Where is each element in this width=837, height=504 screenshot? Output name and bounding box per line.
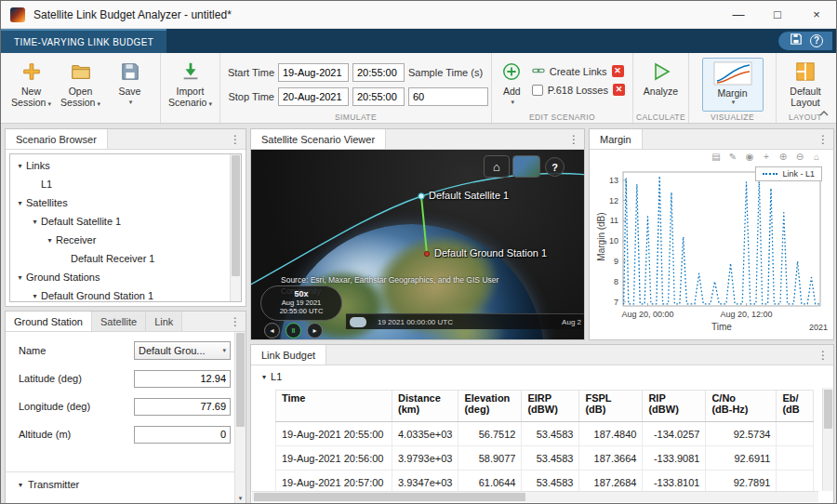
pan-icon[interactable]: + [761, 152, 772, 162]
collapse-toolstrip-button[interactable] [817, 108, 831, 119]
step-back-button[interactable]: ◂ [264, 323, 280, 338]
tree-scrollbar[interactable] [230, 154, 241, 301]
property-label: Longitude (deg) [19, 401, 134, 412]
zoom-in-icon[interactable]: ⊕ [777, 152, 789, 162]
data-tips-icon[interactable]: ◉ [744, 152, 755, 162]
quick-access-toolbar: ? [778, 32, 832, 50]
p618-losses-toggle[interactable]: P.618 Losses ✕ [532, 84, 625, 96]
panel-menu-icon[interactable]: ⋮ [816, 132, 830, 147]
tree-item-label: Ground Stations [26, 272, 100, 283]
link-line [421, 196, 427, 254]
start-clock-input[interactable] [352, 63, 405, 82]
links-icon [532, 66, 545, 77]
tree-item[interactable]: ▾Satellites [10, 193, 230, 212]
zoom-out-icon[interactable]: ⊖ [794, 152, 805, 162]
tree-expand-icon[interactable]: ▾ [14, 199, 26, 207]
minimize-button[interactable]: — [719, 1, 758, 28]
panel-menu-icon[interactable]: ⋮ [566, 132, 581, 147]
timeline-marker[interactable] [350, 317, 366, 327]
orbit-track [251, 173, 584, 287]
tab-margin[interactable]: Margin [590, 129, 643, 149]
ground-station-label: Default Ground Station 1 [434, 247, 547, 259]
property-input[interactable] [134, 370, 231, 388]
tree-expand-icon[interactable]: ▾ [29, 292, 41, 300]
step-forward-button[interactable]: ▸ [307, 323, 323, 338]
table-cell [777, 471, 814, 492]
name-dropdown[interactable]: Default Grou... ▾ [134, 341, 231, 360]
table-cell: 56.7512 [458, 422, 522, 446]
scenario-tree: ▾LinksL1▾Satellites▾Default Satellite 1▾… [9, 153, 242, 302]
property-input[interactable] [134, 398, 231, 416]
create-links-button[interactable]: Create Links ✕ [532, 65, 625, 77]
pause-button[interactable]: ‖ [286, 323, 301, 338]
add-icon [501, 60, 522, 84]
section-edit-scenario: Add ▾ Create Links ✕ P.618 Losses ✕ EDIT… [492, 53, 633, 123]
add-button[interactable]: Add ▾ [498, 58, 526, 108]
transmitter-section-header[interactable]: ▾ Transmitter [6, 471, 234, 490]
tab-scenario-browser[interactable]: Scenario Browser [6, 129, 108, 149]
tree-expand-icon[interactable]: ▾ [14, 273, 26, 282]
timeline-bar[interactable]: 19 2021 00:00:00 UTC Aug 2 [346, 313, 584, 329]
start-date-input[interactable] [278, 63, 349, 82]
save-button[interactable]: Save ▾ [105, 58, 154, 108]
p618-checkbox[interactable] [532, 85, 543, 96]
playback-status[interactable]: 50x Aug 19 2021 20:55:00 UTC [260, 285, 342, 321]
tab-link-budget[interactable]: Link Budget [251, 345, 326, 365]
help-icon[interactable]: ? [810, 34, 823, 47]
table-cell [777, 422, 814, 446]
open-session-button[interactable]: Open Session▾ [56, 58, 105, 110]
tree-item[interactable]: ▾Default Ground Station 1 [10, 286, 230, 302]
stop-date-input[interactable] [278, 87, 349, 106]
tree-expand-icon[interactable]: ▾ [44, 236, 56, 245]
tree-item[interactable]: ▾Ground Stations [10, 268, 230, 286]
playback-clock: 20:55:00 UTC [261, 307, 341, 315]
svg-text:12: 12 [609, 196, 618, 206]
tree-item-label: Default Receiver 1 [71, 253, 155, 264]
table-hscrollbar[interactable] [252, 491, 818, 502]
tab-time-varying-link-budget[interactable]: TIME-VARYING LINK BUDGET [1, 29, 166, 53]
margin-gallery-button[interactable]: Margin ▾ [702, 58, 764, 112]
property-input[interactable] [134, 426, 231, 444]
quick-save-icon[interactable] [790, 33, 803, 49]
tree-expand-icon[interactable]: ▾ [14, 162, 26, 170]
import-icon [180, 60, 201, 84]
panel-menu-icon[interactable]: ⋮ [816, 348, 830, 363]
analyze-button[interactable]: Analyze [639, 58, 683, 97]
close-button[interactable]: × [797, 1, 836, 28]
globe-viewport[interactable]: Default Satellite 1 Default Ground Stati… [251, 150, 584, 339]
table-row[interactable]: 19-Aug-2021 20:56:003.9793e+0358.907753.… [276, 446, 814, 471]
svg-text:10: 10 [609, 236, 618, 245]
scroll-down-icon[interactable]: ▾ [235, 495, 246, 502]
edit-plot-icon[interactable]: ✎ [727, 152, 738, 162]
import-scenario-button[interactable]: Import Scenario▾ [166, 58, 214, 110]
restore-view-icon[interactable]: ⌂ [811, 152, 822, 162]
tab-link[interactable]: Link [146, 312, 182, 331]
tree-item[interactable]: L1 [10, 175, 230, 193]
tab-satellite[interactable]: Satellite [92, 312, 146, 331]
table-row[interactable]: 19-Aug-2021 20:57:003.9347e+0361.064453.… [276, 471, 814, 492]
link-group-header[interactable]: ▾ L1 [260, 371, 282, 382]
stop-clock-input[interactable] [352, 87, 405, 106]
table-row[interactable]: 19-Aug-2021 20:55:004.0335e+0356.751253.… [276, 422, 814, 446]
default-layout-button[interactable]: Default Layout [782, 58, 829, 108]
svg-text:11: 11 [610, 216, 618, 225]
basemap-picker-button[interactable] [512, 155, 540, 178]
table-vscrollbar[interactable] [822, 388, 833, 491]
panel-menu-icon[interactable]: ⋮ [228, 314, 243, 329]
satellite-label: Default Satellite 1 [429, 190, 509, 201]
maximize-button[interactable]: □ [758, 1, 797, 28]
home-view-button[interactable]: ⌂ [484, 155, 510, 178]
tab-satellite-scenario-viewer[interactable]: Satellite Scenario Viewer [251, 129, 386, 149]
tree-item[interactable]: ▾Links [10, 156, 230, 175]
sample-time-input[interactable] [408, 87, 488, 106]
tree-item[interactable]: ▾Receiver [10, 231, 230, 249]
export-icon[interactable]: ▤ [711, 152, 722, 162]
tree-item[interactable]: ▾Default Satellite 1 [10, 212, 230, 231]
new-session-button[interactable]: New Session▾ [7, 58, 56, 110]
tree-item[interactable]: Default Receiver 1 [10, 249, 230, 268]
inspector-scrollbar[interactable]: ▾ [234, 332, 246, 503]
panel-menu-icon[interactable]: ⋮ [228, 132, 243, 147]
viewer-help-button[interactable]: ? [545, 157, 565, 177]
tab-ground-station[interactable]: Ground Station [6, 312, 92, 331]
tree-expand-icon[interactable]: ▾ [29, 218, 41, 226]
